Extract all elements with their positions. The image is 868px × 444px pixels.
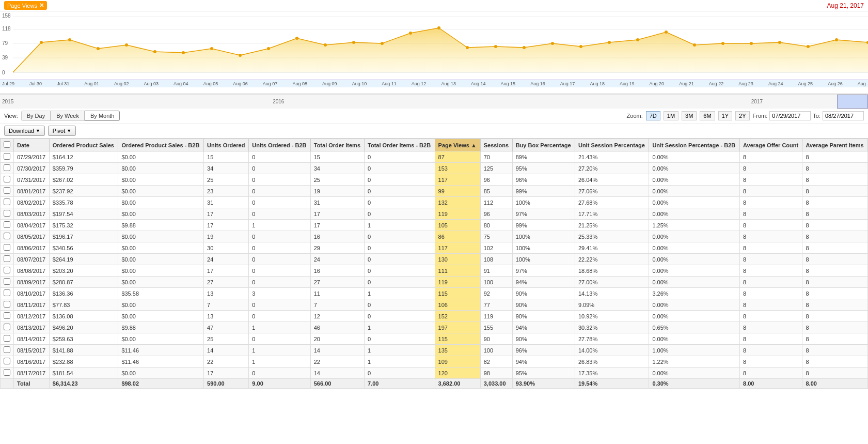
cell[interactable] bbox=[1, 220, 14, 231]
cell[interactable] bbox=[1, 356, 14, 368]
sessions: 155 bbox=[480, 322, 512, 333]
cell[interactable] bbox=[1, 265, 14, 277]
cell[interactable] bbox=[1, 254, 14, 265]
cell[interactable] bbox=[1, 151, 14, 163]
row-checkbox[interactable] bbox=[4, 255, 10, 262]
avg_offer_count: 8 bbox=[740, 265, 802, 277]
col-header-avg-parent-items[interactable]: Average Parent Items bbox=[802, 139, 868, 151]
select-all-checkbox[interactable] bbox=[4, 141, 10, 148]
row-checkbox[interactable] bbox=[4, 358, 10, 364]
col-header-ordered-product-sales[interactable]: Ordered Product Sales bbox=[49, 139, 118, 151]
col-header-total-order-items-b2b[interactable]: Total Order Items - B2B bbox=[365, 139, 435, 151]
row-checkbox[interactable] bbox=[4, 153, 10, 160]
avg_parent_items: 8 bbox=[802, 174, 868, 186]
unit_session_pct: 26.04% bbox=[575, 174, 649, 186]
cell[interactable] bbox=[1, 333, 14, 345]
page_views: 99 bbox=[435, 186, 480, 197]
cell[interactable] bbox=[1, 322, 14, 333]
col-header-date[interactable]: Date bbox=[14, 139, 50, 151]
row-checkbox[interactable] bbox=[4, 198, 10, 205]
row-checkbox[interactable] bbox=[4, 244, 10, 251]
row-checkbox[interactable] bbox=[4, 176, 10, 182]
row-checkbox[interactable] bbox=[4, 278, 10, 285]
zoom-1y[interactable]: 1Y bbox=[718, 111, 732, 120]
cell[interactable] bbox=[1, 288, 14, 299]
btn-by-month[interactable]: By Month bbox=[85, 111, 120, 121]
avg_offer_count: 8 bbox=[740, 186, 802, 197]
zoom-1m[interactable]: 1M bbox=[664, 111, 678, 120]
col-header-checkbox[interactable] bbox=[1, 139, 14, 151]
unit_session_pct_b2b: 0.00% bbox=[649, 311, 740, 322]
cell[interactable] bbox=[1, 163, 14, 174]
col-header-avg-offer-count[interactable]: Average Offer Count bbox=[740, 139, 802, 151]
svg-point-36 bbox=[750, 42, 753, 45]
cell[interactable] bbox=[1, 208, 14, 220]
unit_session_pct_b2b: 0.00% bbox=[649, 163, 740, 174]
row-checkbox[interactable] bbox=[4, 210, 10, 217]
pivot-button[interactable]: Pivot ▼ bbox=[48, 126, 76, 136]
row-checkbox[interactable] bbox=[4, 369, 10, 376]
total-cell: $98.02 bbox=[118, 379, 204, 389]
cell[interactable] bbox=[1, 345, 14, 356]
col-header-buy-box-pct[interactable]: Buy Box Percentage bbox=[512, 139, 575, 151]
zoom-6m[interactable]: 6M bbox=[700, 111, 715, 120]
ordered_product_sales: $264.19 bbox=[49, 254, 118, 265]
row-checkbox[interactable] bbox=[4, 289, 10, 296]
nav-highlight[interactable] bbox=[837, 95, 868, 109]
cell[interactable] bbox=[1, 299, 14, 311]
units_ordered: 7 bbox=[204, 299, 249, 311]
total_order_items: 14 bbox=[310, 345, 364, 356]
cell[interactable] bbox=[1, 186, 14, 197]
cell[interactable] bbox=[1, 311, 14, 322]
row-checkbox[interactable] bbox=[4, 187, 10, 194]
download-button[interactable]: Download ▼ bbox=[4, 126, 45, 136]
zoom-7d[interactable]: 7D bbox=[646, 111, 660, 120]
svg-point-19 bbox=[267, 47, 270, 50]
col-header-units-ordered-b2b[interactable]: Units Ordered - B2B bbox=[249, 139, 310, 151]
svg-point-16 bbox=[182, 51, 185, 54]
svg-text:118: 118 bbox=[2, 26, 11, 32]
cell[interactable] bbox=[1, 231, 14, 242]
row-checkbox[interactable] bbox=[4, 267, 10, 273]
zoom-2y[interactable]: 2Y bbox=[735, 111, 749, 120]
col-header-unit-session-pct-b2b[interactable]: Unit Session Percentage - B2B bbox=[649, 139, 740, 151]
col-header-ordered-product-sales-b2b[interactable]: Ordered Product Sales - B2B bbox=[118, 139, 204, 151]
btn-by-day[interactable]: By Day bbox=[21, 111, 51, 121]
row-checkbox[interactable] bbox=[4, 312, 10, 319]
buy_box_pct: 94% bbox=[512, 356, 575, 368]
unit_session_pct_b2b: 0.00% bbox=[649, 151, 740, 163]
row-checkbox[interactable] bbox=[4, 335, 10, 342]
date: 08/03/2017 bbox=[14, 208, 50, 220]
col-header-page-views[interactable]: Page Views ▲ bbox=[435, 139, 480, 151]
table-row: 08/14/2017$259.63$0.002502001159090%27.7… bbox=[1, 333, 868, 345]
col-header-units-ordered[interactable]: Units Ordered bbox=[204, 139, 249, 151]
cell[interactable] bbox=[1, 242, 14, 254]
unit_session_pct: 22.22% bbox=[575, 254, 649, 265]
col-header-sessions[interactable]: Sessions bbox=[480, 139, 512, 151]
avg_offer_count: 8 bbox=[740, 333, 802, 345]
col-header-total-order-items[interactable]: Total Order Items bbox=[310, 139, 364, 151]
table-row: 08/11/2017$77.83$0.0070701067790%9.09%0.… bbox=[1, 299, 868, 311]
cell[interactable] bbox=[1, 174, 14, 186]
from-date-input[interactable] bbox=[769, 111, 811, 120]
zoom-3m[interactable]: 3M bbox=[682, 111, 697, 120]
row-checkbox[interactable] bbox=[4, 324, 10, 330]
cell[interactable] bbox=[1, 368, 14, 379]
col-header-unit-session-pct[interactable]: Unit Session Percentage bbox=[575, 139, 649, 151]
btn-by-week[interactable]: By Week bbox=[51, 111, 85, 121]
close-icon[interactable]: ✕ bbox=[39, 2, 44, 9]
cell[interactable] bbox=[1, 197, 14, 208]
page-views-tag[interactable]: Page Views ✕ bbox=[4, 1, 47, 10]
buy_box_pct: 100% bbox=[512, 242, 575, 254]
cell[interactable] bbox=[1, 277, 14, 288]
to-date-input[interactable] bbox=[823, 111, 864, 120]
row-checkbox[interactable] bbox=[4, 221, 10, 228]
sessions: 100 bbox=[480, 277, 512, 288]
row-checkbox[interactable] bbox=[4, 301, 10, 308]
table-row: 08/07/2017$264.19$0.00240240130108100%22… bbox=[1, 254, 868, 265]
svg-text:0: 0 bbox=[2, 70, 5, 75]
row-checkbox[interactable] bbox=[4, 164, 10, 171]
row-checkbox[interactable] bbox=[4, 346, 10, 353]
row-checkbox[interactable] bbox=[4, 233, 10, 239]
table-row: 08/09/2017$280.87$0.0027027011910094%27.… bbox=[1, 277, 868, 288]
